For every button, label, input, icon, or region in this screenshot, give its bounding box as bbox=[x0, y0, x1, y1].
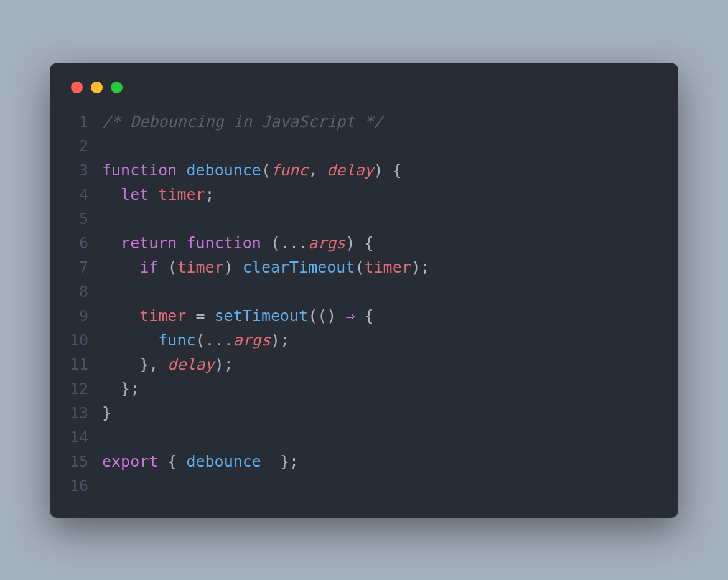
code-line: 14 bbox=[67, 425, 661, 449]
code-line: 10 func(...args); bbox=[67, 328, 661, 352]
code-token: function bbox=[186, 234, 261, 252]
code-token bbox=[102, 331, 158, 349]
code-token: func bbox=[271, 161, 308, 179]
code-line: 15export { debounce }; bbox=[67, 449, 661, 474]
line-content: timer = setTimeout(() ⇒ { bbox=[102, 304, 374, 328]
line-number: 9 bbox=[67, 304, 102, 328]
code-token: let bbox=[121, 185, 149, 203]
code-token: timer bbox=[139, 307, 186, 325]
code-token: }; bbox=[261, 452, 299, 470]
line-number: 6 bbox=[67, 231, 102, 255]
code-token: debounce bbox=[186, 161, 261, 179]
code-token: (() bbox=[308, 307, 345, 325]
code-token bbox=[177, 161, 186, 179]
line-number: 12 bbox=[67, 377, 102, 401]
code-token: timer bbox=[365, 258, 411, 276]
code-line: 11 }, delay); bbox=[67, 352, 661, 377]
code-token: = bbox=[186, 307, 214, 325]
code-token: /* Debouncing in JavaScript */ bbox=[102, 113, 383, 131]
line-content: if (timer) clearTimeout(timer); bbox=[102, 255, 430, 279]
code-token: , bbox=[308, 161, 327, 179]
code-token: } bbox=[102, 404, 111, 422]
code-token: (... bbox=[261, 234, 308, 252]
code-line: 2 bbox=[67, 134, 661, 158]
code-token: return bbox=[121, 234, 177, 252]
line-content: function debounce(func, delay) { bbox=[102, 158, 402, 182]
line-content: let timer; bbox=[102, 182, 215, 207]
line-number: 3 bbox=[67, 158, 102, 182]
code-token: ( bbox=[158, 258, 177, 276]
code-line: 4 let timer; bbox=[67, 182, 661, 207]
line-content: }; bbox=[102, 377, 139, 401]
line-content: } bbox=[102, 401, 111, 425]
code-token: ) bbox=[224, 258, 243, 276]
line-number: 16 bbox=[67, 474, 102, 498]
code-token: timer bbox=[158, 185, 205, 203]
code-token: ); bbox=[215, 355, 233, 373]
code-token bbox=[149, 185, 158, 203]
code-editor[interactable]: 1/* Debouncing in JavaScript */23functio… bbox=[67, 110, 661, 498]
window-titlebar bbox=[67, 78, 661, 93]
minimize-icon[interactable] bbox=[91, 82, 103, 93]
code-token: func bbox=[158, 331, 195, 349]
code-line: 8 bbox=[67, 279, 661, 304]
code-line: 3function debounce(func, delay) { bbox=[67, 158, 661, 182]
code-token: function bbox=[102, 161, 177, 179]
line-number: 13 bbox=[67, 401, 102, 425]
code-token: ( bbox=[261, 161, 271, 179]
code-token: ; bbox=[205, 185, 215, 203]
code-token: { bbox=[158, 452, 186, 470]
line-number: 4 bbox=[67, 182, 102, 207]
line-content: }, delay); bbox=[102, 352, 233, 377]
code-token: setTimeout bbox=[215, 307, 309, 325]
code-token bbox=[177, 234, 186, 252]
code-window: 1/* Debouncing in JavaScript */23functio… bbox=[50, 63, 678, 518]
code-line: 12 }; bbox=[67, 377, 661, 401]
code-token: delay bbox=[327, 161, 373, 179]
code-token: ⇒ bbox=[345, 307, 355, 325]
code-token bbox=[102, 258, 139, 276]
code-token: ) { bbox=[374, 161, 402, 179]
code-token: args bbox=[308, 234, 345, 252]
line-number: 1 bbox=[67, 110, 102, 134]
zoom-icon[interactable] bbox=[111, 82, 123, 93]
code-token: if bbox=[139, 258, 158, 276]
line-number: 8 bbox=[67, 279, 102, 304]
line-number: 10 bbox=[67, 328, 102, 352]
code-token: ) { bbox=[345, 234, 373, 252]
code-line: 1/* Debouncing in JavaScript */ bbox=[67, 110, 661, 134]
code-token: { bbox=[355, 307, 373, 325]
line-content: export { debounce }; bbox=[102, 449, 299, 474]
code-token: timer bbox=[177, 258, 223, 276]
line-number: 5 bbox=[67, 207, 102, 231]
line-number: 7 bbox=[67, 255, 102, 279]
line-number: 2 bbox=[67, 134, 102, 158]
code-line: 13} bbox=[67, 401, 661, 425]
code-token bbox=[102, 307, 139, 325]
code-line: 5 bbox=[67, 207, 661, 231]
code-token: }; bbox=[102, 380, 139, 398]
line-number: 15 bbox=[67, 449, 102, 474]
code-token bbox=[102, 185, 121, 203]
code-line: 7 if (timer) clearTimeout(timer); bbox=[67, 255, 661, 279]
code-token: ( bbox=[355, 258, 364, 276]
line-content: func(...args); bbox=[102, 328, 289, 352]
code-token: args bbox=[233, 331, 271, 349]
code-token: ); bbox=[271, 331, 289, 349]
code-token: }, bbox=[102, 355, 167, 373]
code-token: delay bbox=[167, 355, 214, 373]
code-token: debounce bbox=[186, 452, 261, 470]
line-number: 11 bbox=[67, 352, 102, 377]
code-line: 9 timer = setTimeout(() ⇒ { bbox=[67, 304, 661, 328]
code-token: export bbox=[102, 452, 158, 470]
code-token: clearTimeout bbox=[243, 258, 355, 276]
line-content: /* Debouncing in JavaScript */ bbox=[102, 110, 383, 134]
code-token: (... bbox=[196, 331, 233, 349]
line-content: return function (...args) { bbox=[102, 231, 374, 255]
line-number: 14 bbox=[67, 425, 102, 449]
code-line: 6 return function (...args) { bbox=[67, 231, 661, 255]
close-icon[interactable] bbox=[71, 82, 83, 93]
code-token bbox=[102, 234, 121, 252]
code-line: 16 bbox=[67, 474, 661, 498]
code-token: ); bbox=[411, 258, 430, 276]
